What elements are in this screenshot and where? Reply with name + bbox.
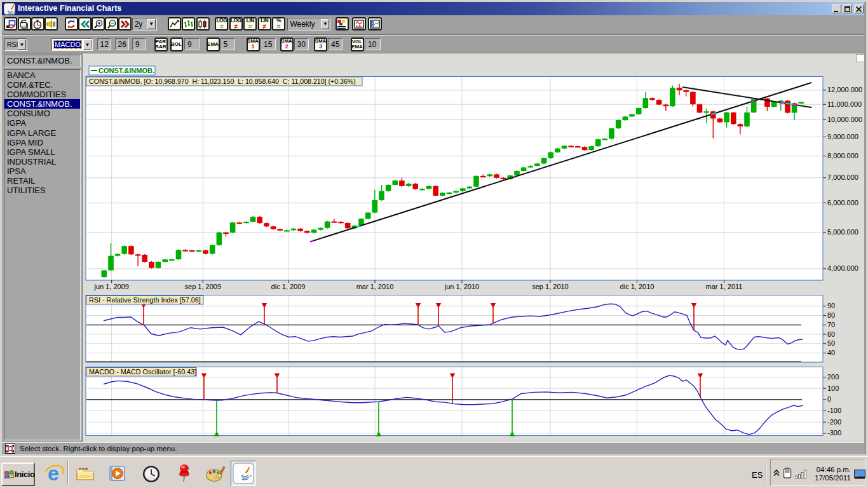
svg-text:dic 1, 2010: dic 1, 2010	[620, 283, 654, 290]
svg-text:7,000.000: 7,000.000	[827, 173, 858, 181]
svg-text:90: 90	[827, 302, 835, 309]
svg-text:10,000.000: 10,000.000	[827, 116, 862, 123]
svg-text:80: 80	[827, 311, 835, 319]
svg-text:50: 50	[827, 339, 835, 347]
svg-text:mar 1, 2011: mar 1, 2011	[706, 283, 743, 290]
svg-text:4,000.000: 4,000.000	[827, 264, 858, 272]
svg-text:5,000.000: 5,000.000	[827, 228, 858, 236]
svg-text:60: 60	[827, 330, 835, 338]
svg-text:0: 0	[827, 395, 831, 403]
svg-text:6,000.000: 6,000.000	[827, 199, 858, 207]
svg-text:sep 1, 2010: sep 1, 2010	[532, 283, 569, 290]
svg-text:9,000.000: 9,000.000	[827, 133, 858, 140]
svg-text:40: 40	[827, 349, 835, 356]
svg-text:RSI - Relative Strength Index: RSI - Relative Strength Index [57.06]	[89, 296, 201, 304]
svg-text:jun 1, 2009: jun 1, 2009	[93, 283, 128, 290]
svg-text:mar 1, 2010: mar 1, 2010	[356, 283, 394, 290]
svg-text:dic 1, 2009: dic 1, 2009	[271, 283, 306, 290]
svg-text:11,000.000: 11,000.000	[827, 100, 862, 108]
svg-text:MACDO - MACD Oscillator [-60.4: MACDO - MACD Oscillator [-60.43]	[89, 368, 196, 376]
svg-text:200: 200	[827, 373, 839, 381]
svg-text:12,000.000: 12,000.000	[827, 86, 862, 93]
svg-text:8,000.000: 8,000.000	[827, 152, 858, 159]
svg-text:-300: -300	[827, 429, 841, 437]
svg-text:100: 100	[827, 384, 839, 392]
svg-text:CONST.&INMOB. [O: 10,968.970: CONST.&INMOB. [O: 10,968.970 H: 11,023.1…	[89, 78, 356, 85]
svg-text:jun 1, 2010: jun 1, 2010	[444, 283, 479, 290]
svg-text:-100: -100	[827, 407, 841, 414]
svg-text:CONST.&INMOB.: CONST.&INMOB.	[98, 67, 154, 74]
svg-text:-200: -200	[827, 418, 841, 426]
svg-text:70: 70	[827, 321, 835, 329]
svg-text:sep 1, 2009: sep 1, 2009	[185, 283, 222, 290]
